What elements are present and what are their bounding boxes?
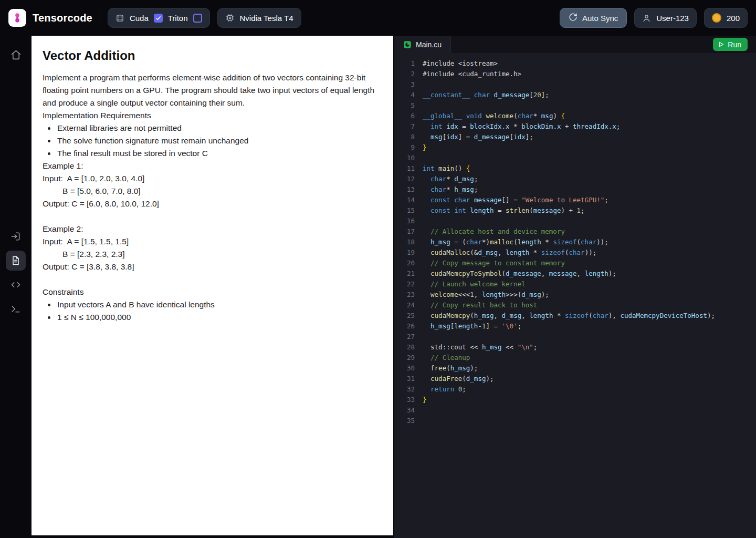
code-lines: 1#include <iostream>2#include <cuda_runt… xyxy=(394,58,756,426)
problem-text-line: Example 1: xyxy=(43,160,379,172)
line-content: return 0; xyxy=(415,384,466,395)
code-line[interactable]: 6__global__ void welcome(char* msg) { xyxy=(394,111,756,121)
code-line[interactable]: 17 // Allocate host and device memory xyxy=(394,226,756,237)
line-number: 16 xyxy=(394,216,415,226)
editor-tab-bar: Main.cu Run xyxy=(394,36,756,53)
code-line[interactable]: 21 cudaMemcpyToSymbol(d_message, message… xyxy=(394,268,756,279)
sidebar-item-home[interactable] xyxy=(6,45,26,65)
cuda-file-icon xyxy=(403,40,412,49)
code-line[interactable]: 9} xyxy=(394,142,756,153)
line-content xyxy=(415,100,427,111)
bullet-list: Input vectors A and B have identical len… xyxy=(43,298,379,324)
line-number: 13 xyxy=(394,184,415,195)
line-content: } xyxy=(415,142,427,153)
code-line[interactable]: 5 xyxy=(394,100,756,111)
code-line[interactable]: 20 // Copy message to constant memory xyxy=(394,258,756,268)
code-line[interactable]: 11int main() { xyxy=(394,163,756,174)
line-content: #include <cuda_runtime.h> xyxy=(415,69,521,79)
line-number: 2 xyxy=(394,69,415,79)
code-line[interactable]: 30 free(h_msg); xyxy=(394,363,756,374)
line-content: cudaMalloc(&d_msg, length * sizeof(char)… xyxy=(415,247,596,258)
problem-text-line: Input: A = [1.0, 2.0, 3.0, 4.0] xyxy=(43,172,379,185)
language-label-cuda[interactable]: Cuda xyxy=(130,14,149,23)
cuda-checkbox[interactable] xyxy=(154,14,163,23)
line-number: 10 xyxy=(394,153,415,163)
code-line[interactable]: 14 const char message[] = "Welcome to Le… xyxy=(394,195,756,205)
brand-name: Tensorcode xyxy=(33,12,92,24)
line-number: 28 xyxy=(394,342,415,353)
play-icon xyxy=(718,41,724,48)
code-line[interactable]: 33} xyxy=(394,395,756,405)
bullet-item: 1 ≤ N ≤ 100,000,000 xyxy=(56,311,379,324)
brand-logo[interactable] xyxy=(8,9,26,27)
line-content: int idx = blockIdx.x * blockDim.x + thre… xyxy=(415,121,620,132)
sidebar-group xyxy=(6,226,26,323)
topbar: Tensorcode Cuda Triton Nvidia Tesla T4 xyxy=(0,0,756,36)
problem-text-line: Implementation Requirements xyxy=(43,109,379,122)
code-line[interactable]: 10 xyxy=(394,153,756,163)
line-number: 23 xyxy=(394,289,415,300)
line-number: 22 xyxy=(394,279,415,289)
auto-sync-button[interactable]: Auto Sync xyxy=(560,8,627,28)
problem-title: Vector Addition xyxy=(43,48,379,63)
gpu-selector[interactable]: Nvidia Tesla T4 xyxy=(217,8,301,28)
spacer xyxy=(43,210,379,223)
code-line[interactable]: 23 welcome<<<1, length>>>(d_msg); xyxy=(394,289,756,300)
editor-panel: Main.cu Run 1#include <iostream>2#includ… xyxy=(394,36,756,538)
bullet-item: The final result must be stored in vecto… xyxy=(56,147,379,160)
brand-logo-icon xyxy=(12,12,23,24)
code-line[interactable]: 8 msg[idx] = d_message[idx]; xyxy=(394,132,756,142)
line-number: 19 xyxy=(394,247,415,258)
line-number: 34 xyxy=(394,405,415,416)
code-line[interactable]: 25 cudaMemcpy(h_msg, d_msg, length * siz… xyxy=(394,311,756,321)
line-number: 21 xyxy=(394,268,415,279)
line-content: cudaFree(d_msg); xyxy=(415,374,494,384)
sidebar-item-terminal[interactable] xyxy=(6,299,26,319)
line-number: 27 xyxy=(394,332,415,342)
code-line[interactable]: 16 xyxy=(394,216,756,226)
code-area[interactable]: 1#include <iostream>2#include <cuda_runt… xyxy=(394,53,756,426)
gpu-chip-icon xyxy=(225,13,235,23)
code-line[interactable]: 2#include <cuda_runtime.h> xyxy=(394,69,756,79)
code-line[interactable]: 4__constant__ char d_message[20]; xyxy=(394,90,756,100)
content-row: Vector Addition Implement a program that… xyxy=(0,36,756,538)
document-icon xyxy=(10,255,21,266)
code-line[interactable]: 29 // Cleanup xyxy=(394,353,756,363)
code-line[interactable]: 32 return 0; xyxy=(394,384,756,395)
credits-badge[interactable]: 200 xyxy=(704,8,748,28)
triton-checkbox[interactable] xyxy=(193,14,202,23)
language-label-triton[interactable]: Triton xyxy=(168,14,188,23)
tab-main-cu[interactable]: Main.cu xyxy=(394,36,451,53)
code-line[interactable]: 27 xyxy=(394,332,756,342)
code-line[interactable]: 18 h_msg = (char*)malloc(length * sizeof… xyxy=(394,237,756,247)
auto-sync-label: Auto Sync xyxy=(582,14,618,23)
code-line[interactable]: 24 // Copy result back to host xyxy=(394,300,756,311)
problem-text-line: Output: C = [6.0, 8.0, 10.0, 12.0] xyxy=(43,198,379,210)
code-line[interactable]: 31 cudaFree(d_msg); xyxy=(394,374,756,384)
code-line[interactable]: 26 h_msg[length-1] = '\0'; xyxy=(394,321,756,332)
sidebar-item-submissions[interactable] xyxy=(6,226,26,246)
code-line[interactable]: 7 int idx = blockIdx.x * blockDim.x + th… xyxy=(394,121,756,132)
code-line[interactable]: 19 cudaMalloc(&d_msg, length * sizeof(ch… xyxy=(394,247,756,258)
code-line[interactable]: 35 xyxy=(394,416,756,426)
code-line[interactable]: 34 xyxy=(394,405,756,416)
line-content: // Copy message to constant memory xyxy=(415,258,565,268)
problem-text-line: B = [2.3, 2.3, 2.3] xyxy=(43,248,379,261)
code-line[interactable]: 1#include <iostream> xyxy=(394,58,756,69)
bullet-item: Input vectors A and B have identical len… xyxy=(56,298,379,311)
code-line[interactable]: 28 std::cout << h_msg << "\n"; xyxy=(394,342,756,353)
code-line[interactable]: 3 xyxy=(394,79,756,90)
line-content xyxy=(415,79,427,90)
tab-label: Main.cu xyxy=(416,40,442,49)
sidebar-item-problems[interactable] xyxy=(6,251,26,271)
line-content xyxy=(415,153,427,163)
cuda-icon xyxy=(116,14,124,23)
code-line[interactable]: 13 char* h_msg; xyxy=(394,184,756,195)
sidebar-item-editor[interactable] xyxy=(6,275,26,295)
user-button[interactable]: User-123 xyxy=(634,8,697,28)
code-line[interactable]: 15 const int length = strlen(message) + … xyxy=(394,205,756,216)
bullet-item: External libraries are not permitted xyxy=(56,122,379,134)
code-line[interactable]: 12 char* d_msg; xyxy=(394,174,756,184)
code-line[interactable]: 22 // Launch welcome kernel xyxy=(394,279,756,289)
run-button[interactable]: Run xyxy=(713,38,748,51)
